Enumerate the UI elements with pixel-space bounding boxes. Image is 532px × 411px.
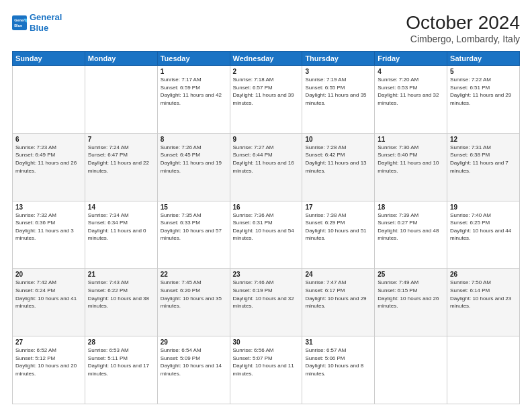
cell-w3-d0: 20 Sunrise: 7:42 AM Sunset: 6:24 PM Dayl…	[13, 269, 85, 336]
day-info: Sunrise: 7:36 AM Sunset: 6:31 PM Dayligh…	[233, 212, 300, 242]
day-number: 30	[233, 338, 300, 346]
sunrise: Sunrise: 7:36 AM	[233, 212, 274, 218]
daylight: Daylight: 10 hours and 26 minutes.	[378, 295, 439, 310]
header-sunday: Sunday	[13, 52, 85, 66]
sunrise: Sunrise: 7:46 AM	[233, 279, 274, 285]
cell-w4-d2: 29 Sunrise: 6:54 AM Sunset: 5:09 PM Dayl…	[157, 336, 230, 404]
day-info: Sunrise: 7:35 AM Sunset: 6:33 PM Dayligh…	[161, 212, 227, 242]
day-number: 16	[233, 203, 300, 211]
sunset: Sunset: 6:40 PM	[378, 152, 417, 158]
sunrise: Sunrise: 7:20 AM	[378, 77, 418, 83]
week-row-2: 13 Sunrise: 7:32 AM Sunset: 6:36 PM Dayl…	[13, 201, 520, 269]
week-row-1: 6 Sunrise: 7:23 AM Sunset: 6:49 PM Dayli…	[13, 133, 520, 201]
cell-w3-d4: 24 Sunrise: 7:47 AM Sunset: 6:17 PM Dayl…	[302, 269, 375, 336]
daylight: Daylight: 11 hours and 42 minutes.	[161, 92, 222, 106]
sunrise: Sunrise: 7:32 AM	[15, 212, 56, 218]
sunrise: Sunrise: 7:34 AM	[88, 212, 129, 218]
sunset: Sunset: 5:11 PM	[88, 355, 128, 361]
cell-w4-d0: 27 Sunrise: 6:52 AM Sunset: 5:12 PM Dayl…	[13, 336, 85, 404]
sunset: Sunset: 6:29 PM	[305, 220, 345, 226]
sunrise: Sunrise: 7:22 AM	[450, 77, 491, 83]
day-number: 20	[15, 271, 82, 278]
day-number: 21	[88, 271, 154, 278]
day-number: 24	[305, 271, 371, 278]
calendar-table: Sunday Monday Tuesday Wednesday Thursday…	[12, 51, 520, 404]
cell-w4-d6	[447, 336, 520, 404]
header: General Blue General Blue October 2024 C…	[12, 12, 520, 44]
daylight: Daylight: 11 hours and 13 minutes.	[305, 160, 366, 174]
cell-w2-d0: 13 Sunrise: 7:32 AM Sunset: 6:36 PM Dayl…	[13, 201, 85, 269]
daylight: Daylight: 10 hours and 8 minutes.	[305, 363, 363, 377]
day-info: Sunrise: 7:27 AM Sunset: 6:44 PM Dayligh…	[233, 144, 300, 175]
sunrise: Sunrise: 7:19 AM	[305, 77, 346, 83]
sunset: Sunset: 6:20 PM	[161, 287, 200, 293]
logo-icon: General Blue	[12, 15, 27, 30]
day-number: 18	[378, 203, 444, 211]
sunrise: Sunrise: 7:43 AM	[88, 279, 129, 285]
day-info: Sunrise: 7:31 AM Sunset: 6:38 PM Dayligh…	[450, 144, 517, 175]
day-number: 11	[378, 136, 444, 143]
header-monday: Monday	[85, 52, 157, 66]
sunrise: Sunrise: 7:31 AM	[450, 144, 491, 150]
cell-w4-d4: 31 Sunrise: 6:57 AM Sunset: 5:06 PM Dayl…	[302, 336, 375, 404]
sunrise: Sunrise: 6:53 AM	[88, 347, 129, 353]
day-info: Sunrise: 6:52 AM Sunset: 5:12 PM Dayligh…	[15, 347, 82, 377]
logo-line1: General	[30, 12, 62, 22]
sunset: Sunset: 6:47 PM	[88, 152, 128, 158]
header-row: Sunday Monday Tuesday Wednesday Thursday…	[13, 52, 520, 66]
sunrise: Sunrise: 6:56 AM	[233, 347, 274, 353]
daylight: Daylight: 10 hours and 17 minutes.	[88, 363, 149, 377]
sunset: Sunset: 6:38 PM	[450, 152, 490, 158]
header-friday: Friday	[375, 52, 447, 66]
day-info: Sunrise: 7:20 AM Sunset: 6:53 PM Dayligh…	[378, 76, 444, 107]
day-info: Sunrise: 7:39 AM Sunset: 6:27 PM Dayligh…	[378, 212, 444, 242]
day-info: Sunrise: 7:43 AM Sunset: 6:22 PM Dayligh…	[88, 279, 154, 310]
day-info: Sunrise: 7:17 AM Sunset: 6:59 PM Dayligh…	[161, 76, 227, 107]
week-row-3: 20 Sunrise: 7:42 AM Sunset: 6:24 PM Dayl…	[13, 269, 520, 336]
day-number: 8	[161, 136, 227, 143]
cell-w2-d3: 16 Sunrise: 7:36 AM Sunset: 6:31 PM Dayl…	[230, 201, 302, 269]
daylight: Daylight: 11 hours and 35 minutes.	[305, 92, 366, 106]
day-info: Sunrise: 7:19 AM Sunset: 6:55 PM Dayligh…	[305, 76, 371, 107]
sunrise: Sunrise: 7:47 AM	[305, 279, 346, 285]
daylight: Daylight: 10 hours and 20 minutes.	[15, 363, 77, 377]
day-number: 10	[305, 136, 371, 143]
logo-text: General Blue	[30, 12, 62, 33]
day-number: 2	[233, 68, 300, 75]
cell-w2-d1: 14 Sunrise: 7:34 AM Sunset: 6:34 PM Dayl…	[85, 201, 157, 269]
daylight: Daylight: 11 hours and 22 minutes.	[88, 160, 149, 174]
cell-w1-d4: 10 Sunrise: 7:28 AM Sunset: 6:42 PM Dayl…	[302, 133, 375, 201]
sunset: Sunset: 6:34 PM	[88, 220, 128, 226]
daylight: Daylight: 10 hours and 38 minutes.	[88, 295, 149, 310]
day-info: Sunrise: 7:23 AM Sunset: 6:49 PM Dayligh…	[15, 144, 82, 175]
daylight: Daylight: 10 hours and 54 minutes.	[233, 228, 294, 242]
daylight: Daylight: 10 hours and 41 minutes.	[15, 295, 77, 310]
daylight: Daylight: 10 hours and 44 minutes.	[450, 228, 511, 242]
sunset: Sunset: 6:24 PM	[15, 287, 55, 293]
cell-w1-d2: 8 Sunrise: 7:26 AM Sunset: 6:45 PM Dayli…	[157, 133, 230, 201]
sunset: Sunset: 6:27 PM	[378, 220, 417, 226]
cell-w2-d5: 18 Sunrise: 7:39 AM Sunset: 6:27 PM Dayl…	[375, 201, 447, 269]
day-number: 3	[305, 68, 371, 75]
sunset: Sunset: 6:17 PM	[305, 287, 345, 293]
cell-w3-d3: 23 Sunrise: 7:46 AM Sunset: 6:19 PM Dayl…	[230, 269, 302, 336]
daylight: Daylight: 10 hours and 11 minutes.	[233, 363, 294, 377]
sunset: Sunset: 6:53 PM	[378, 85, 417, 91]
sunrise: Sunrise: 7:23 AM	[15, 144, 56, 150]
daylight: Daylight: 11 hours and 32 minutes.	[378, 92, 439, 106]
cell-w4-d3: 30 Sunrise: 6:56 AM Sunset: 5:07 PM Dayl…	[230, 336, 302, 404]
svg-text:Blue: Blue	[14, 23, 22, 27]
sunset: Sunset: 6:14 PM	[450, 287, 490, 293]
day-info: Sunrise: 6:54 AM Sunset: 5:09 PM Dayligh…	[161, 347, 227, 377]
day-number: 9	[233, 136, 300, 143]
header-saturday: Saturday	[447, 52, 520, 66]
day-number: 14	[88, 203, 154, 211]
cell-w3-d2: 22 Sunrise: 7:45 AM Sunset: 6:20 PM Dayl…	[157, 269, 230, 336]
sunset: Sunset: 6:19 PM	[233, 287, 273, 293]
sunrise: Sunrise: 6:52 AM	[15, 347, 56, 353]
sunrise: Sunrise: 7:28 AM	[305, 144, 346, 150]
cell-w2-d2: 15 Sunrise: 7:35 AM Sunset: 6:33 PM Dayl…	[157, 201, 230, 269]
cell-w4-d5	[375, 336, 447, 404]
week-row-0: 1 Sunrise: 7:17 AM Sunset: 6:59 PM Dayli…	[13, 66, 520, 134]
cell-w0-d2: 1 Sunrise: 7:17 AM Sunset: 6:59 PM Dayli…	[157, 66, 230, 134]
